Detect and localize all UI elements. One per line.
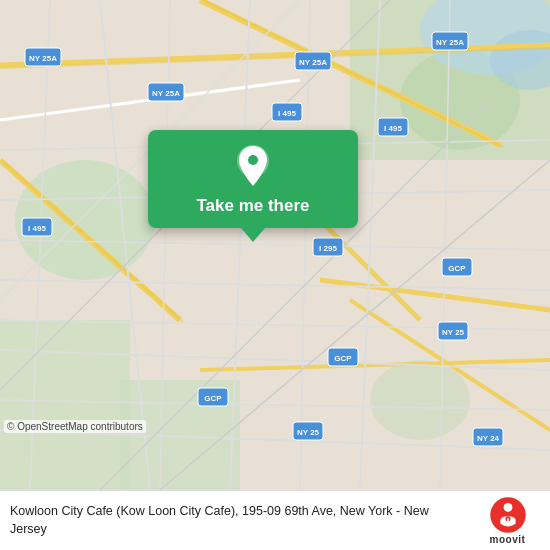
svg-text:NY 25A: NY 25A xyxy=(299,58,327,67)
location-pin-icon xyxy=(235,144,271,188)
svg-text:NY 24: NY 24 xyxy=(477,434,500,443)
svg-text:I 495: I 495 xyxy=(384,124,402,133)
svg-text:I 495: I 495 xyxy=(28,224,46,233)
moovit-label: moovit xyxy=(490,534,526,545)
svg-point-71 xyxy=(503,503,512,512)
popup-card[interactable]: Take me there xyxy=(148,130,358,228)
moovit-logo: moovit xyxy=(475,496,540,545)
svg-text:NY 25: NY 25 xyxy=(442,328,465,337)
svg-text:NY 25A: NY 25A xyxy=(29,54,57,63)
copyright-notice: © OpenStreetMap contributors xyxy=(4,420,146,433)
svg-text:I 495: I 495 xyxy=(278,109,296,118)
svg-text:I 295: I 295 xyxy=(319,244,337,253)
svg-point-69 xyxy=(248,155,258,165)
map-svg: NY 25A NY 25A NY 25A NY 25A I 495 I 495 … xyxy=(0,0,550,490)
svg-text:NY 25A: NY 25A xyxy=(152,89,180,98)
moovit-icon xyxy=(489,496,527,534)
svg-rect-4 xyxy=(0,320,130,490)
address-text: Kowloon City Cafe (Kow Loon City Cafe), … xyxy=(10,503,450,538)
svg-text:NY 25: NY 25 xyxy=(297,428,320,437)
svg-text:NY 25A: NY 25A xyxy=(436,38,464,47)
svg-text:GCP: GCP xyxy=(204,394,222,403)
map-container: NY 25A NY 25A NY 25A NY 25A I 495 I 495 … xyxy=(0,0,550,490)
svg-text:GCP: GCP xyxy=(448,264,466,273)
info-bar: Kowloon City Cafe (Kow Loon City Cafe), … xyxy=(0,490,550,550)
svg-text:GCP: GCP xyxy=(334,354,352,363)
svg-point-70 xyxy=(490,497,525,532)
svg-point-6 xyxy=(370,360,470,440)
take-me-there-label: Take me there xyxy=(196,196,309,216)
